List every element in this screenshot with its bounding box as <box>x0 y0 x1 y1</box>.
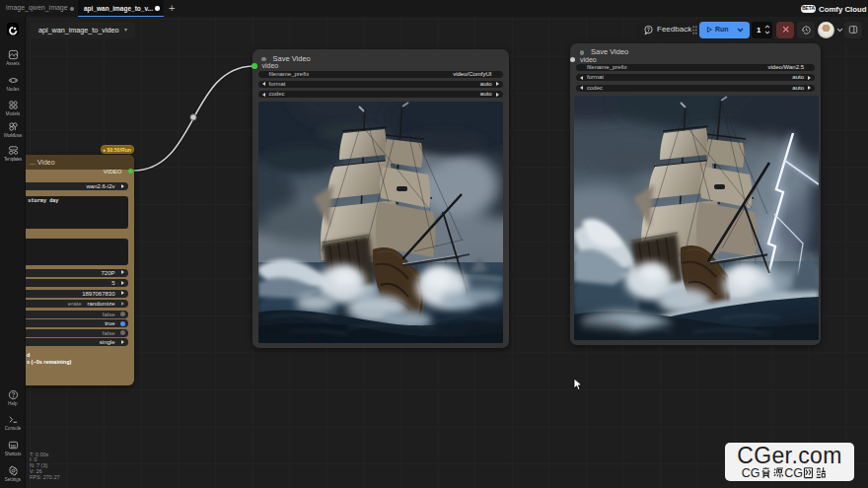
svg-text:CGer.com: CGer.com <box>737 443 842 468</box>
svg-text:CG: CG <box>742 466 760 480</box>
svg-text:CG: CG <box>784 466 803 480</box>
